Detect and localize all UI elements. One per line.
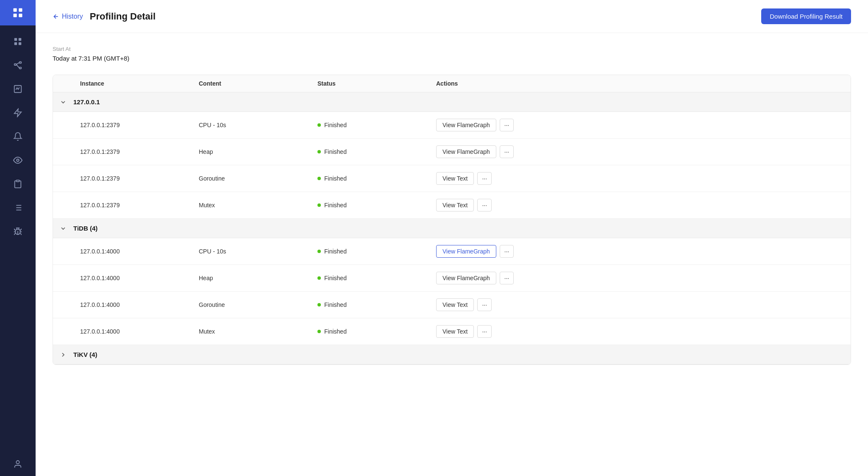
instance-cell: 127.0.0.1:2379 bbox=[73, 148, 192, 155]
sidebar-item-overview[interactable] bbox=[8, 31, 28, 52]
metrics-icon bbox=[13, 84, 22, 94]
status-text: Finished bbox=[324, 202, 347, 209]
table-row: 127.0.0.1:4000 Heap Finished View FlameG… bbox=[53, 265, 851, 292]
table-header: Instance Content Status Actions bbox=[53, 75, 851, 92]
actions-cell: View Text ··· bbox=[429, 325, 851, 338]
back-link-label: History bbox=[62, 13, 83, 20]
start-at-value: Today at 7:31 PM (GMT+8) bbox=[53, 55, 851, 62]
status-text: Finished bbox=[324, 248, 347, 255]
view-flamegraph-button[interactable]: View FlameGraph bbox=[436, 245, 496, 258]
sidebar-logo bbox=[0, 0, 36, 25]
bell-icon bbox=[13, 132, 22, 141]
more-options-button[interactable]: ··· bbox=[500, 119, 514, 131]
content-area: Start At Today at 7:31 PM (GMT+8) Instan… bbox=[36, 33, 868, 378]
actions-cell: View Text ··· bbox=[429, 172, 851, 185]
content-cell: Heap bbox=[192, 148, 311, 155]
page-title: Profiling Detail bbox=[90, 11, 156, 22]
group-row-tikv: TiKV (4) bbox=[53, 345, 851, 365]
col-content: Content bbox=[192, 80, 311, 87]
group-toggle-tidb[interactable] bbox=[53, 225, 73, 232]
view-flamegraph-button[interactable]: View FlameGraph bbox=[436, 145, 496, 158]
svg-point-22 bbox=[16, 461, 19, 464]
sidebar-item-bug[interactable] bbox=[8, 221, 28, 242]
group-toggle-tikv[interactable] bbox=[53, 351, 73, 358]
more-options-button[interactable]: ··· bbox=[477, 172, 492, 185]
sidebar-item-bell[interactable] bbox=[8, 126, 28, 147]
group-row-tidb: TiDB (4) bbox=[53, 219, 851, 238]
view-text-button[interactable]: View Text bbox=[436, 325, 474, 338]
group-row-etcd: 127.0.0.1 bbox=[53, 92, 851, 112]
sidebar-item-user[interactable] bbox=[8, 454, 28, 474]
actions-cell: View Text ··· bbox=[429, 199, 851, 212]
svg-rect-8 bbox=[14, 64, 17, 65]
more-options-button[interactable]: ··· bbox=[477, 199, 492, 212]
arrow-left-icon bbox=[53, 13, 59, 20]
svg-rect-6 bbox=[14, 42, 17, 45]
instance-cell: 127.0.0.1:4000 bbox=[73, 248, 192, 255]
sidebar-item-topology[interactable] bbox=[8, 55, 28, 75]
table-row: 127.0.0.1:2379 Goroutine Finished View T… bbox=[53, 165, 851, 192]
table-row: 127.0.0.1:4000 CPU - 10s Finished View F… bbox=[53, 238, 851, 265]
sidebar-item-alerts[interactable] bbox=[8, 103, 28, 123]
eye-icon bbox=[13, 156, 22, 165]
status-cell: Finished bbox=[311, 275, 429, 281]
page-header: History Profiling Detail Download Profil… bbox=[36, 0, 868, 33]
view-flamegraph-button[interactable]: View FlameGraph bbox=[436, 272, 496, 284]
svg-rect-7 bbox=[19, 42, 21, 45]
svg-rect-10 bbox=[19, 67, 22, 69]
status-cell: Finished bbox=[311, 202, 429, 209]
status-cell: Finished bbox=[311, 328, 429, 335]
col-status: Status bbox=[311, 80, 429, 87]
svg-rect-2 bbox=[14, 14, 17, 17]
view-text-button[interactable]: View Text bbox=[436, 199, 474, 212]
status-cell: Finished bbox=[311, 248, 429, 255]
content-cell: Mutex bbox=[192, 328, 311, 335]
col-actions: Actions bbox=[429, 80, 851, 87]
content-cell: Goroutine bbox=[192, 301, 311, 308]
sidebar-item-eye[interactable] bbox=[8, 150, 28, 170]
group-name-tikv: TiKV (4) bbox=[73, 351, 851, 358]
view-text-button[interactable]: View Text bbox=[436, 172, 474, 185]
actions-cell: View FlameGraph ··· bbox=[429, 272, 851, 284]
sidebar-item-metrics[interactable] bbox=[8, 79, 28, 99]
instance-cell: 127.0.0.1:4000 bbox=[73, 301, 192, 308]
svg-rect-5 bbox=[19, 38, 21, 41]
instance-cell: 127.0.0.1:4000 bbox=[73, 328, 192, 335]
svg-rect-0 bbox=[14, 8, 17, 12]
more-options-button[interactable]: ··· bbox=[500, 245, 514, 258]
sidebar-item-clipboard[interactable] bbox=[8, 174, 28, 194]
col-toggle bbox=[53, 80, 73, 87]
actions-cell: View FlameGraph ··· bbox=[429, 145, 851, 158]
actions-cell: View Text ··· bbox=[429, 298, 851, 311]
content-cell: Heap bbox=[192, 275, 311, 281]
chevron-down-icon bbox=[60, 99, 67, 106]
table-row: 127.0.0.1:4000 Mutex Finished View Text … bbox=[53, 318, 851, 345]
more-options-button[interactable]: ··· bbox=[477, 298, 492, 311]
instance-cell: 127.0.0.1:2379 bbox=[73, 202, 192, 209]
more-options-button[interactable]: ··· bbox=[500, 272, 514, 284]
view-flamegraph-button[interactable]: View FlameGraph bbox=[436, 119, 496, 131]
status-dot bbox=[317, 203, 321, 207]
actions-cell: View FlameGraph ··· bbox=[429, 119, 851, 131]
instance-cell: 127.0.0.1:2379 bbox=[73, 122, 192, 128]
status-dot bbox=[317, 330, 321, 333]
alerts-icon bbox=[13, 108, 22, 117]
svg-rect-9 bbox=[19, 62, 22, 64]
table-row: 127.0.0.1:4000 Goroutine Finished View T… bbox=[53, 292, 851, 318]
instance-cell: 127.0.0.1:4000 bbox=[73, 275, 192, 281]
clipboard-icon bbox=[13, 179, 22, 189]
view-text-button[interactable]: View Text bbox=[436, 298, 474, 311]
more-options-button[interactable]: ··· bbox=[500, 145, 514, 158]
svg-rect-1 bbox=[19, 8, 22, 12]
status-cell: Finished bbox=[311, 148, 429, 155]
main-content: History Profiling Detail Download Profil… bbox=[36, 0, 868, 476]
group-toggle-etcd[interactable] bbox=[53, 99, 73, 106]
status-text: Finished bbox=[324, 301, 347, 308]
instance-cell: 127.0.0.1:2379 bbox=[73, 175, 192, 182]
sidebar-item-list[interactable] bbox=[8, 198, 28, 218]
svg-rect-15 bbox=[16, 180, 19, 182]
status-cell: Finished bbox=[311, 175, 429, 182]
back-link[interactable]: History bbox=[53, 13, 83, 20]
download-button[interactable]: Download Profiling Result bbox=[761, 8, 851, 24]
more-options-button[interactable]: ··· bbox=[477, 325, 492, 338]
